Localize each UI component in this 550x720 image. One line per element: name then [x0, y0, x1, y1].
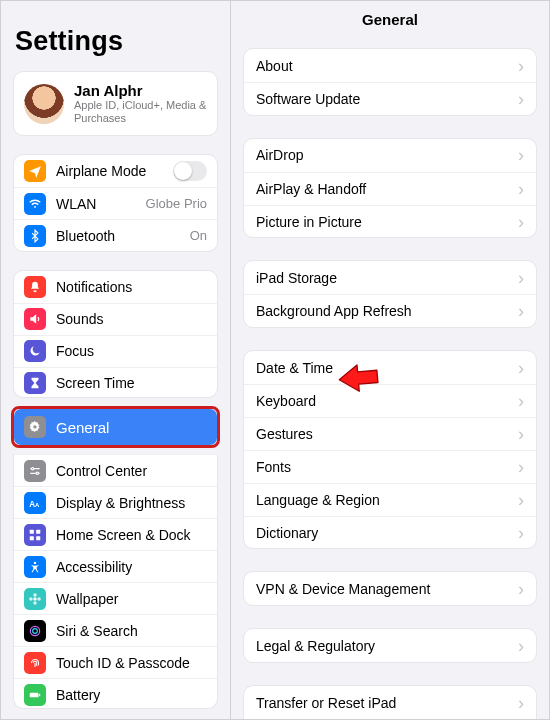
sidebar-item-accessibility[interactable]: Accessibility: [14, 550, 217, 582]
sidebar-item-label: Airplane Mode: [56, 163, 173, 179]
detail-group-about: About › Software Update ›: [243, 48, 537, 116]
sidebar-item-label: Control Center: [56, 463, 207, 479]
sidebar-item-wallpaper[interactable]: Wallpaper: [14, 582, 217, 614]
bell-icon: [24, 276, 46, 298]
svg-rect-6: [36, 530, 40, 534]
svg-rect-8: [36, 536, 40, 540]
detail-item-label: Keyboard: [256, 393, 518, 409]
detail-item-label: Legal & Regulatory: [256, 638, 518, 654]
speaker-icon: [24, 308, 46, 330]
chevron-right-icon: ›: [518, 213, 524, 231]
svg-point-12: [33, 601, 37, 605]
detail-item-software-update[interactable]: Software Update ›: [244, 82, 536, 115]
page-title: Settings: [1, 1, 230, 65]
detail-item-fonts[interactable]: Fonts ›: [244, 450, 536, 483]
detail-item-dictionary[interactable]: Dictionary ›: [244, 516, 536, 549]
chevron-right-icon: ›: [518, 637, 524, 655]
svg-text:A: A: [35, 501, 40, 507]
siri-icon: [24, 620, 46, 642]
gear-icon: [24, 416, 46, 438]
chevron-right-icon: ›: [518, 90, 524, 108]
detail-item-label: Software Update: [256, 91, 518, 107]
sidebar-item-label: Screen Time: [56, 375, 207, 391]
detail-pane: General About › Software Update › AirDro…: [231, 1, 549, 719]
detail-item-date-time[interactable]: Date & Time ›: [244, 351, 536, 384]
svg-rect-18: [39, 694, 40, 696]
svg-point-2: [36, 472, 38, 474]
sidebar-item-focus[interactable]: Focus: [14, 335, 217, 367]
accessibility-icon: [24, 556, 46, 578]
detail-item-vpn-device-management[interactable]: VPN & Device Management ›: [244, 572, 536, 605]
detail-item-transfer-reset[interactable]: Transfer or Reset iPad ›: [244, 686, 536, 719]
chevron-right-icon: ›: [518, 359, 524, 377]
sidebar-group-system: Control Center AA Display & Brightness H…: [13, 454, 218, 709]
detail-item-airplay-handoff[interactable]: AirPlay & Handoff ›: [244, 172, 536, 205]
sidebar-item-siri[interactable]: Siri & Search: [14, 614, 217, 646]
wifi-icon: [24, 193, 46, 215]
detail-group-sharing: AirDrop › AirPlay & Handoff › Picture in…: [243, 138, 537, 239]
detail-item-gestures[interactable]: Gestures ›: [244, 417, 536, 450]
chevron-right-icon: ›: [518, 524, 524, 542]
svg-point-16: [33, 628, 38, 633]
detail-item-label: Gestures: [256, 426, 518, 442]
sidebar-item-label: Bluetooth: [56, 228, 190, 244]
detail-item-about[interactable]: About ›: [244, 49, 536, 82]
svg-point-1: [32, 467, 34, 469]
sidebar-item-display[interactable]: AA Display & Brightness: [14, 486, 217, 518]
sidebar-item-screentime[interactable]: Screen Time: [14, 367, 217, 399]
sidebar-group-connectivity: Airplane Mode WLAN Globe Prio Bluetooth …: [13, 154, 218, 251]
wlan-detail: Globe Prio: [146, 196, 207, 211]
sidebar-item-home-screen[interactable]: Home Screen & Dock: [14, 518, 217, 550]
detail-item-picture-in-picture[interactable]: Picture in Picture ›: [244, 205, 536, 238]
svg-point-11: [33, 593, 37, 597]
hourglass-icon: [24, 372, 46, 394]
detail-group-legal: Legal & Regulatory ›: [243, 628, 537, 663]
sidebar-item-battery[interactable]: Battery: [14, 678, 217, 709]
detail-item-label: iPad Storage: [256, 270, 518, 286]
detail-item-label: Language & Region: [256, 492, 518, 508]
grid-icon: [24, 524, 46, 546]
detail-title: General: [231, 1, 549, 42]
chevron-right-icon: ›: [518, 146, 524, 164]
detail-group-input: Date & Time › Keyboard › Gestures › Font…: [243, 350, 537, 549]
detail-item-legal-regulatory[interactable]: Legal & Regulatory ›: [244, 629, 536, 662]
svg-rect-7: [30, 536, 34, 540]
text-size-icon: AA: [24, 492, 46, 514]
detail-item-language-region[interactable]: Language & Region ›: [244, 483, 536, 516]
detail-item-label: Background App Refresh: [256, 303, 518, 319]
detail-item-airdrop[interactable]: AirDrop ›: [244, 139, 536, 172]
sidebar-item-notifications[interactable]: Notifications: [14, 271, 217, 303]
sidebar-item-control-center[interactable]: Control Center: [14, 454, 217, 486]
sidebar-item-label: Notifications: [56, 279, 207, 295]
sidebar-item-wlan[interactable]: WLAN Globe Prio: [14, 187, 217, 219]
sidebar-item-bluetooth[interactable]: Bluetooth On: [14, 219, 217, 251]
profile-name: Jan Alphr: [74, 82, 207, 99]
battery-icon: [24, 684, 46, 706]
svg-point-15: [30, 626, 39, 635]
detail-item-keyboard[interactable]: Keyboard ›: [244, 384, 536, 417]
chevron-right-icon: ›: [518, 180, 524, 198]
detail-group-reset: Transfer or Reset iPad ›: [243, 685, 537, 719]
flower-icon: [24, 588, 46, 610]
sidebar-item-label: General: [56, 419, 109, 436]
sidebar-item-sounds[interactable]: Sounds: [14, 303, 217, 335]
svg-rect-17: [30, 692, 39, 697]
sidebar-item-label: Display & Brightness: [56, 495, 207, 511]
sidebar-item-label: Touch ID & Passcode: [56, 655, 207, 671]
profile-text: Jan Alphr Apple ID, iCloud+, Media & Pur…: [74, 82, 207, 125]
svg-text:A: A: [29, 499, 35, 508]
svg-point-9: [34, 562, 36, 564]
airplane-toggle[interactable]: [173, 161, 207, 181]
sidebar-item-touchid[interactable]: Touch ID & Passcode: [14, 646, 217, 678]
detail-item-label: Date & Time: [256, 360, 518, 376]
settings-sidebar: Settings Jan Alphr Apple ID, iCloud+, Me…: [1, 1, 231, 719]
apple-id-card[interactable]: Jan Alphr Apple ID, iCloud+, Media & Pur…: [13, 71, 218, 136]
bluetooth-detail: On: [190, 228, 207, 243]
sidebar-item-airplane[interactable]: Airplane Mode: [14, 155, 217, 187]
detail-item-ipad-storage[interactable]: iPad Storage ›: [244, 261, 536, 294]
sidebar-item-general[interactable]: General: [14, 409, 217, 445]
chevron-right-icon: ›: [518, 302, 524, 320]
svg-point-0: [34, 206, 36, 208]
detail-item-background-app-refresh[interactable]: Background App Refresh ›: [244, 294, 536, 327]
sidebar-group-alerts: Notifications Sounds Focus Screen Time: [13, 270, 218, 399]
